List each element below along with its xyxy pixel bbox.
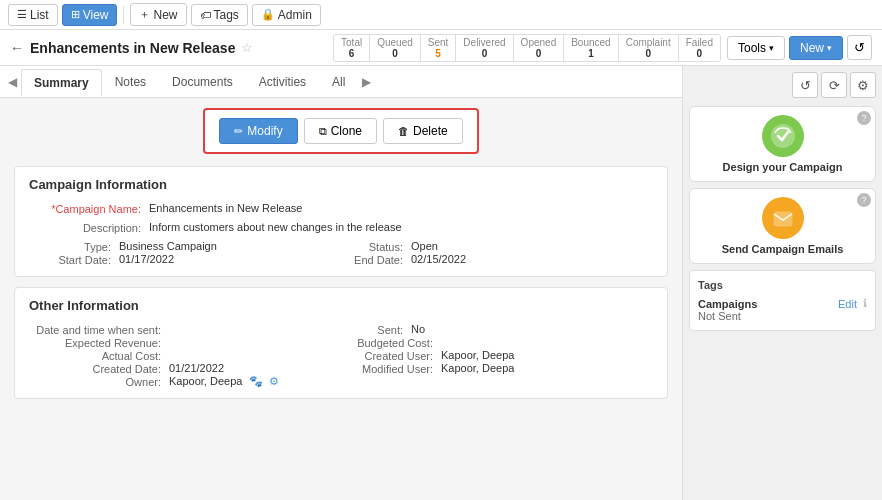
tags-title: Tags xyxy=(698,279,867,291)
modified-user-value: Kapoor, Deepa xyxy=(441,362,653,374)
modified-user-field: Modified User: Kapoor, Deepa xyxy=(341,362,653,375)
tag-help-icon[interactable]: ℹ xyxy=(863,297,867,310)
sidebar-refresh-icon: ↺ xyxy=(800,78,811,93)
send-campaign-icon xyxy=(762,197,804,239)
created-date-field: Created Date: 01/21/2022 xyxy=(29,362,341,375)
send-help-icon[interactable]: ? xyxy=(857,193,871,207)
back-arrow[interactable]: ← xyxy=(10,40,24,56)
sidebar-top-buttons: ↺ ⟳ ⚙ xyxy=(689,72,876,98)
breadcrumb-right: Total 6 Queued 0 Sent 5 Delivered 0 Open… xyxy=(333,34,872,62)
actual-cost-field: Actual Cost: xyxy=(29,349,341,362)
sidebar-refresh-btn[interactable]: ↺ xyxy=(792,72,818,98)
view-btn[interactable]: ⊞ View xyxy=(62,4,118,26)
expected-revenue-field: Expected Revenue: xyxy=(29,336,341,349)
tag-name: Campaigns xyxy=(698,298,757,310)
stats-bar: Total 6 Queued 0 Sent 5 Delivered 0 Open… xyxy=(333,34,721,62)
delete-button[interactable]: 🗑 Delete xyxy=(383,118,463,144)
tag-row: Campaigns Edit ℹ xyxy=(698,297,867,310)
clone-button[interactable]: ⧉ Clone xyxy=(304,118,377,144)
tab-more-btn[interactable]: ▶ xyxy=(358,71,375,93)
right-sidebar: ↺ ⟳ ⚙ ? Design your Campaign ? xyxy=(682,66,882,500)
owner-value: Kapoor, Deepa 🐾 ⚙ xyxy=(169,375,653,388)
campaign-name-label: *Campaign Name: xyxy=(29,202,149,215)
owner-field: Owner: Kapoor, Deepa 🐾 ⚙ xyxy=(29,375,653,388)
end-date-field: End Date: 02/15/2022 xyxy=(341,253,653,266)
admin-btn[interactable]: 🔒 Admin xyxy=(252,4,321,26)
stat-queued: Queued 0 xyxy=(370,35,421,61)
delete-icon: 🗑 xyxy=(398,125,409,137)
created-date-label: Created Date: xyxy=(29,362,169,375)
tag-edit-btn[interactable]: Edit xyxy=(838,298,857,310)
sidebar-sync-btn[interactable]: ⟳ xyxy=(821,72,847,98)
other-info-title: Other Information xyxy=(29,298,653,313)
design-help-icon[interactable]: ? xyxy=(857,111,871,125)
breadcrumb-row: ← Enhancements in New Release ☆ Total 6 … xyxy=(0,30,882,66)
date-sent-row: Date and time when sent: Sent: No xyxy=(29,323,653,336)
new-record-button[interactable]: New ▾ xyxy=(789,36,843,60)
send-campaign-label: Send Campaign Emails xyxy=(722,243,844,255)
send-campaign-card[interactable]: ? Send Campaign Emails xyxy=(689,188,876,264)
type-status-row: Type: Business Campaign Status: Open xyxy=(29,240,653,253)
actual-created-row: Actual Cost: Created User: Kapoor, Deepa xyxy=(29,349,653,362)
tab-notes[interactable]: Notes xyxy=(102,68,159,95)
end-date-value: 02/15/2022 xyxy=(411,253,653,265)
description-value: Inform customers about new changes in th… xyxy=(149,221,653,233)
tab-prev-btn[interactable]: ◀ xyxy=(8,75,17,89)
breadcrumb-left: ← Enhancements in New Release ☆ xyxy=(10,40,253,56)
design-campaign-label: Design your Campaign xyxy=(723,161,843,173)
plus-icon: ＋ xyxy=(139,7,150,22)
tab-all[interactable]: All xyxy=(319,68,358,95)
status-label: Status: xyxy=(341,240,411,253)
type-field: Type: Business Campaign xyxy=(29,240,341,253)
created-user-value: Kapoor, Deepa xyxy=(441,349,653,361)
revenue-cost-row: Expected Revenue: Budgeted Cost: xyxy=(29,336,653,349)
status-value: Open xyxy=(411,240,653,252)
tools-button[interactable]: Tools ▾ xyxy=(727,36,785,60)
campaign-info-section: Campaign Information *Campaign Name: Enh… xyxy=(14,166,668,277)
date-sent-field: Date and time when sent: xyxy=(29,323,341,336)
start-date-label: Start Date: xyxy=(29,253,119,266)
modify-button[interactable]: ✏ Modify xyxy=(219,118,297,144)
tab-activities[interactable]: Activities xyxy=(246,68,319,95)
tab-summary[interactable]: Summary xyxy=(21,69,102,96)
design-campaign-icon xyxy=(762,115,804,157)
top-action-buttons: Tools ▾ New ▾ ↺ xyxy=(727,35,872,60)
new-btn[interactable]: ＋ New xyxy=(130,3,186,26)
created-user-label: Created User: xyxy=(341,349,441,362)
stat-total: Total 6 xyxy=(334,35,370,61)
dates-row: Start Date: 01/17/2022 End Date: 02/15/2… xyxy=(29,253,653,266)
favorite-star[interactable]: ☆ xyxy=(241,40,253,55)
new-dropdown-arrow: ▾ xyxy=(827,43,832,53)
clone-icon: ⧉ xyxy=(319,125,327,138)
start-date-field: Start Date: 01/17/2022 xyxy=(29,253,341,266)
budgeted-cost-field: Budgeted Cost: xyxy=(341,336,653,349)
modify-icon: ✏ xyxy=(234,125,243,138)
owner-edit-icon[interactable]: ⚙ xyxy=(269,375,279,387)
expected-revenue-label: Expected Revenue: xyxy=(29,336,169,349)
refresh-icon: ↺ xyxy=(854,40,865,55)
owner-avatar-icon[interactable]: 🐾 xyxy=(249,375,263,387)
sidebar-settings-btn[interactable]: ⚙ xyxy=(850,72,876,98)
tab-documents[interactable]: Documents xyxy=(159,68,246,95)
stat-delivered: Delivered 0 xyxy=(456,35,513,61)
created-date-value: 01/21/2022 xyxy=(169,362,341,374)
list-icon: ☰ xyxy=(17,8,27,21)
tags-section: Tags Campaigns Edit ℹ Not Sent xyxy=(689,270,876,331)
refresh-button[interactable]: ↺ xyxy=(847,35,872,60)
admin-icon: 🔒 xyxy=(261,8,275,21)
owner-row: Owner: Kapoor, Deepa 🐾 ⚙ xyxy=(29,375,653,388)
tabs-row: ◀ Summary Notes Documents Activities All… xyxy=(0,66,682,98)
type-value: Business Campaign xyxy=(119,240,341,252)
nav-divider xyxy=(123,6,124,24)
campaign-name-row: *Campaign Name: Enhancements in New Rele… xyxy=(29,202,653,215)
list-view-btn[interactable]: ☰ List xyxy=(8,4,58,26)
created-user-field: Created User: Kapoor, Deepa xyxy=(341,349,653,362)
design-campaign-card[interactable]: ? Design your Campaign xyxy=(689,106,876,182)
actual-cost-label: Actual Cost: xyxy=(29,349,169,362)
content-area: ◀ Summary Notes Documents Activities All… xyxy=(0,66,682,500)
page-title: Enhancements in New Release xyxy=(30,40,235,56)
tags-btn[interactable]: 🏷 Tags xyxy=(191,4,248,26)
svg-rect-1 xyxy=(774,212,792,226)
tools-dropdown-arrow: ▾ xyxy=(769,43,774,53)
created-date-modified-row: Created Date: 01/21/2022 Modified User: … xyxy=(29,362,653,375)
